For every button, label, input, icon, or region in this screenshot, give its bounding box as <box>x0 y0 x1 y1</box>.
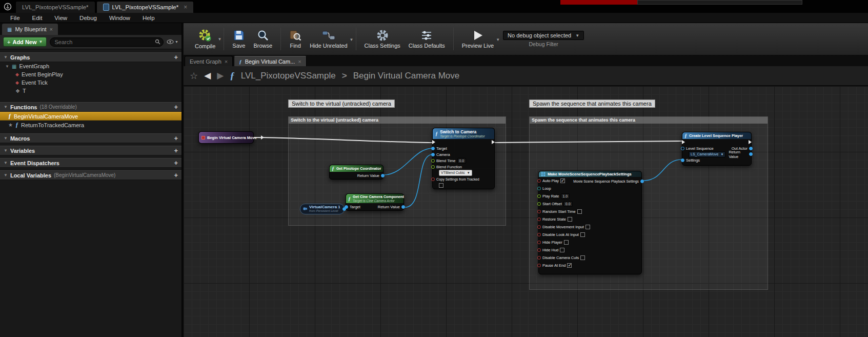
find-button[interactable]: Find <box>285 27 306 51</box>
comment-header[interactable]: Switch to the virtual (untracked) camera <box>289 117 506 124</box>
section-variables[interactable]: ▼ Variables + <box>0 146 181 155</box>
node-begin-virtual-camera-move[interactable]: Begin Virtual Camera Move <box>198 131 254 144</box>
node-create-level-sequence-player[interactable]: ƒ Create Level Sequence Player Level Seq… <box>682 132 752 166</box>
back-arrow-icon[interactable]: ◀ <box>204 70 211 81</box>
target-pin[interactable] <box>431 147 435 150</box>
copy-settings-checkbox[interactable] <box>439 183 443 188</box>
chevron-down-icon[interactable]: ▼ <box>217 37 221 42</box>
add-variable-button[interactable]: + <box>174 147 178 154</box>
random-start-time-checkbox[interactable] <box>577 209 582 214</box>
tree-item-event-beginplay[interactable]: ◆ Event BeginPlay <box>0 70 181 78</box>
menu-file[interactable]: File <box>4 13 26 23</box>
exec-in-pin[interactable] <box>682 140 685 144</box>
add-graph-button[interactable]: + <box>174 53 178 61</box>
section-event-dispatchers[interactable]: ▼ Event Dispatchers + <box>0 158 181 168</box>
exec-out-pin[interactable] <box>261 135 264 140</box>
forward-arrow-icon[interactable]: ▶ <box>217 70 224 81</box>
output-pin[interactable] <box>342 207 346 211</box>
window-tab-blueprint[interactable]: LVL_PixotopeVSSample* × <box>96 1 194 13</box>
hide-hud-pin[interactable] <box>537 248 541 252</box>
expand-arrow-icon[interactable]: ▼ <box>4 55 8 60</box>
hide-unrelated-button[interactable]: Hide Unrelated ▼ <box>306 27 351 51</box>
view-options-button[interactable]: ▼ <box>167 39 178 44</box>
expand-arrow-icon[interactable]: ▼ <box>4 136 8 141</box>
add-new-button[interactable]: + Add New ▼ <box>3 37 47 47</box>
loop-pin[interactable] <box>537 187 541 190</box>
add-macro-button[interactable]: + <box>174 134 178 142</box>
add-function-button[interactable]: + <box>174 103 178 111</box>
camera-pin[interactable] <box>431 153 435 156</box>
breadcrumb-root[interactable]: LVL_PixotopeVSSample <box>241 71 336 81</box>
browse-button[interactable]: Browse <box>249 27 276 51</box>
settings-pin[interactable] <box>681 158 684 162</box>
node-virtualcamera-variable[interactable]: VirtualCamera 1 from Persistent Level <box>300 204 345 214</box>
restore-state-pin[interactable] <box>537 217 541 221</box>
pause-at-end-pin[interactable] <box>537 264 541 267</box>
menu-view[interactable]: View <box>48 13 73 23</box>
preview-live-button[interactable]: Preview Live ▼ <box>458 27 498 51</box>
chevron-down-icon[interactable]: ▼ <box>350 37 354 42</box>
exec-in-pin[interactable] <box>432 140 435 144</box>
auto-play-pin[interactable] <box>537 179 541 183</box>
start-offset-value[interactable]: 0.0 <box>563 201 573 207</box>
save-button[interactable]: Save <box>228 27 249 51</box>
restore-state-checkbox[interactable] <box>568 217 572 222</box>
function-item-beginvirtualcameramove[interactable]: ƒ BeginVirtualCameraMove <box>0 112 181 121</box>
window-tab-level[interactable]: LVL_PixotopeVSSample* <box>15 1 95 13</box>
class-defaults-button[interactable]: Class Defaults <box>405 27 449 51</box>
expand-arrow-icon[interactable]: ▼ <box>5 64 9 69</box>
play-rate-value[interactable]: 1.0 <box>561 193 570 199</box>
hide-player-checkbox[interactable] <box>564 240 569 245</box>
disable-movement-input-checkbox[interactable] <box>586 225 590 229</box>
out-actor-pin[interactable] <box>749 147 753 150</box>
exec-out-pin[interactable] <box>749 140 752 144</box>
tree-item-t[interactable]: ❖ T <box>0 87 181 95</box>
chevron-down-icon[interactable]: ▼ <box>496 37 500 42</box>
close-icon[interactable]: × <box>184 4 187 11</box>
section-macros[interactable]: ▼ Macros + <box>0 133 181 143</box>
node-switch-to-camera[interactable]: ƒ Switch to Camera Target is Pixotope Co… <box>432 128 495 189</box>
expand-arrow-icon[interactable]: ▼ <box>4 173 8 177</box>
tab-begin-virtual-camera-move[interactable]: ƒ Begin Virtual Cam... × <box>234 56 307 66</box>
debug-object-dropdown[interactable]: No debug object selected ▼ <box>503 31 584 40</box>
settings-out-pin[interactable] <box>640 180 644 183</box>
expand-arrow-icon[interactable]: ▼ <box>4 161 8 165</box>
comment-header[interactable]: Spawn the sequence that animates this ca… <box>530 117 768 124</box>
disable-look-at-input-checkbox[interactable] <box>580 232 585 237</box>
blend-time-pin[interactable] <box>431 159 435 163</box>
favorite-star-icon[interactable]: ☆ <box>190 70 198 82</box>
tab-my-blueprint[interactable]: ▦ My Blueprint × <box>2 24 58 35</box>
menu-window[interactable]: Window <box>103 13 136 23</box>
expand-arrow-icon[interactable]: ▼ <box>4 148 8 153</box>
expand-arrow-icon[interactable]: ▼ <box>4 105 8 109</box>
hide-player-pin[interactable] <box>537 241 541 244</box>
disable-camera-cuts-pin[interactable] <box>537 256 541 260</box>
tab-event-graph[interactable]: Event Graph × <box>185 56 233 66</box>
compile-button[interactable]: Compile ▼ <box>191 27 219 51</box>
return-value-pin[interactable] <box>381 174 385 177</box>
menu-edit[interactable]: Edit <box>26 13 49 23</box>
close-icon[interactable]: × <box>225 58 228 65</box>
return-value-pin[interactable] <box>401 205 405 209</box>
section-local-variables[interactable]: ▼ Local Variables (BeginVirtualCameraMov… <box>0 170 181 180</box>
section-functions[interactable]: ▼ Functions (18 Overridable) + <box>0 102 181 112</box>
section-graphs[interactable]: ▼ Graphs + <box>0 52 181 62</box>
disable-camera-cuts-checkbox[interactable] <box>580 255 585 260</box>
function-item-returntotrackedcamera[interactable]: ★ ƒ ReturnToTrackedCamera <box>0 121 181 129</box>
blend-time-value[interactable]: 0.0 <box>457 158 467 164</box>
start-offset-pin[interactable] <box>537 202 541 206</box>
close-icon[interactable]: × <box>50 26 53 32</box>
play-rate-pin[interactable] <box>537 194 541 198</box>
auto-play-checkbox[interactable] <box>560 179 565 183</box>
blend-function-dropdown[interactable]: VTBlend Cubic ▼ <box>439 170 472 176</box>
disable-movement-input-pin[interactable] <box>537 225 541 229</box>
tree-item-eventgraph[interactable]: ▼ ▦ EventGraph <box>0 62 181 70</box>
menu-debug[interactable]: Debug <box>73 13 103 23</box>
blend-function-pin[interactable] <box>431 165 435 169</box>
tree-item-event-tick[interactable]: ◆ Event Tick <box>0 78 181 87</box>
close-icon[interactable]: × <box>298 58 301 65</box>
disable-look-at-input-pin[interactable] <box>537 233 541 236</box>
class-settings-button[interactable]: Class Settings <box>360 27 405 51</box>
exec-out-pin[interactable] <box>492 140 495 144</box>
node-make-playback-settings[interactable]: Make MovieSceneSequencePlaybackSettings … <box>538 171 642 274</box>
